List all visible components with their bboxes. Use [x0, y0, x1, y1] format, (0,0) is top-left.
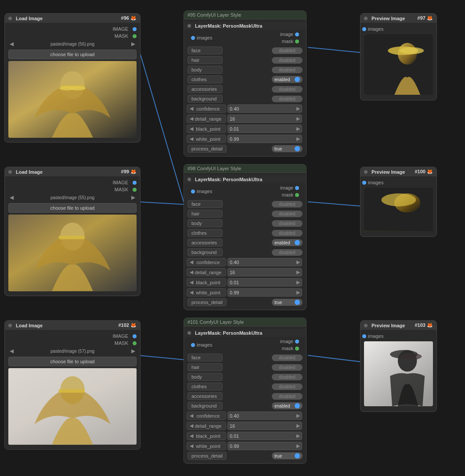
preview-status-100	[364, 170, 368, 174]
preview-header-97: Preview Image #97 🦊	[360, 14, 436, 23]
image-dot-99[interactable]	[133, 181, 137, 185]
svg-line-3	[308, 202, 362, 206]
param-accessories-95: accessories disabled	[184, 84, 306, 94]
person-svg-102	[8, 368, 137, 445]
toggle-knob-clothes-95	[295, 77, 300, 82]
param-background-98: background disabled	[184, 247, 306, 257]
upload-btn-96[interactable]: choose file to upload	[8, 50, 137, 59]
image-output-row-96: IMAGE	[5, 25, 140, 32]
preview-image-area-100	[364, 188, 433, 231]
preview-body-97: images	[360, 23, 436, 100]
lm-image-out-98: image	[277, 184, 303, 191]
preview-svg-103	[364, 341, 433, 406]
fire-icon-102: 🦊	[130, 322, 137, 328]
lm-body-101: LayerMask: PersonMaskUltra images image …	[184, 326, 306, 463]
load-image-title-96: Load Image	[16, 16, 43, 21]
status-dot-102	[8, 324, 12, 327]
param-hair-101: hair disabled	[184, 362, 306, 372]
next-btn-99[interactable]: ▶	[130, 194, 137, 200]
svg-line-0	[138, 47, 184, 204]
image-out-dot-98[interactable]	[295, 186, 299, 190]
slider-black-95: ◀ black_point 0.01 ▶	[184, 124, 306, 134]
image-out-dot-101[interactable]	[295, 340, 299, 344]
param-face-95: face disabled	[184, 46, 306, 55]
preview-header-103: Preview Image #103 🦊	[360, 321, 436, 330]
preview-images-in-97: images	[360, 25, 436, 32]
mask-dot-96[interactable]	[133, 34, 137, 38]
upload-btn-102[interactable]: choose file to upload	[8, 357, 137, 366]
param-process-detail-98: process_detail true	[184, 297, 306, 307]
lm-io-container-101: images image mask	[184, 337, 306, 353]
node-body-99: IMAGE MASK ◀ pasted/image (55).png ▶ cho…	[5, 176, 140, 296]
svg-rect-17	[58, 236, 85, 239]
preview-node-100: Preview Image #100 🦊 images	[360, 167, 437, 237]
preview-id-103: #103 🦊	[415, 322, 433, 328]
slider-black-101: ◀ black_point 0.01 ▶	[184, 431, 306, 441]
images-in-dot-98[interactable]	[191, 190, 195, 193]
prev-btn-99[interactable]: ◀	[8, 194, 15, 200]
filename-96: pasted/image (56).png	[15, 42, 130, 47]
preview-title-97: Preview Image	[371, 16, 405, 21]
lm-body-95: LayerMask: PersonMaskUltra images image …	[184, 19, 306, 156]
mask-dot-99[interactable]	[133, 188, 137, 192]
image-out-dot-95[interactable]	[295, 32, 299, 36]
mask-output-row-99: MASK	[5, 186, 140, 193]
lm-image-out-101: image	[277, 338, 303, 345]
slider-detail-95: ◀ detail_range 16 ▶	[184, 114, 306, 124]
preview-in-dot-103[interactable]	[362, 334, 366, 338]
preview-id-97: #97 🦊	[418, 15, 433, 21]
lm-images-in-95: images	[187, 31, 216, 45]
slider-white-101: ◀ white_point 0.99 ▶	[184, 441, 306, 451]
param-face-101: face disabled	[184, 353, 306, 362]
person-svg-99	[8, 215, 137, 291]
param-clothes-95: clothes enabled	[184, 75, 306, 84]
preview-id-100: #100 🦊	[415, 169, 433, 175]
lm-subtitle-95: LayerMask: PersonMaskUltra	[195, 23, 262, 29]
param-accessories-101: accessories disabled	[184, 391, 306, 401]
upload-btn-99[interactable]: choose file to upload	[8, 203, 137, 213]
prev-btn-102[interactable]: ◀	[8, 348, 15, 354]
preview-node-97: Preview Image #97 🦊 images	[360, 13, 437, 100]
svg-point-29	[400, 353, 422, 360]
lm-body-98: LayerMask: PersonMaskUltra images image …	[184, 173, 306, 310]
node-id-96: #96 🦊	[121, 15, 137, 21]
svg-line-5	[308, 355, 362, 362]
fire-icon-preview-100: 🦊	[427, 169, 433, 174]
image-label-96: IMAGE	[113, 26, 128, 32]
node-id-102: #102 🦊	[118, 322, 137, 328]
fire-icon-preview-97: 🦊	[427, 15, 433, 21]
lm-status-98	[187, 178, 191, 181]
mask-label-96: MASK	[115, 33, 128, 39]
param-body-98: body disabled	[184, 218, 306, 228]
param-background-95: background disabled	[184, 94, 306, 104]
param-process-detail-95: process_detail true	[184, 144, 306, 154]
toggle-knob-process-101	[295, 453, 300, 458]
preview-node-103: Preview Image #103 🦊 images	[360, 320, 437, 412]
svg-point-20	[381, 193, 416, 207]
lm-subtitle-header-95: LayerMask: PersonMaskUltra	[184, 22, 306, 30]
image-output-row-102: IMAGE	[5, 333, 140, 340]
load-image-title-102: Load Image	[16, 323, 43, 328]
preview-in-dot-97[interactable]	[362, 27, 366, 31]
node-header-96: Load Image #96 🦊	[5, 14, 140, 23]
preview-image-area-103	[364, 341, 433, 406]
mask-dot-102[interactable]	[133, 341, 137, 345]
mask-out-dot-101[interactable]	[295, 347, 299, 351]
mask-out-dot-98[interactable]	[295, 193, 299, 197]
image-dot-96[interactable]	[133, 27, 137, 31]
prev-btn-96[interactable]: ◀	[8, 41, 15, 47]
fire-icon-96: 🦊	[130, 15, 137, 21]
preview-in-dot-100[interactable]	[362, 181, 366, 185]
image-dot-102[interactable]	[133, 334, 137, 338]
lm-mask-out-98: mask	[278, 191, 303, 198]
images-in-dot-95[interactable]	[191, 36, 195, 40]
load-image-node-102: Load Image #102 🦊 IMAGE MASK ◀ pasted/im…	[4, 320, 141, 450]
lm-mask-out-101: mask	[278, 345, 303, 352]
mask-out-dot-95[interactable]	[295, 39, 299, 43]
image-preview-99	[8, 215, 137, 291]
next-btn-96[interactable]: ▶	[130, 41, 137, 47]
images-in-dot-101[interactable]	[191, 343, 195, 347]
next-btn-102[interactable]: ▶	[130, 348, 137, 354]
svg-line-2	[138, 202, 184, 204]
node-id-99: #99 🦊	[121, 169, 137, 175]
